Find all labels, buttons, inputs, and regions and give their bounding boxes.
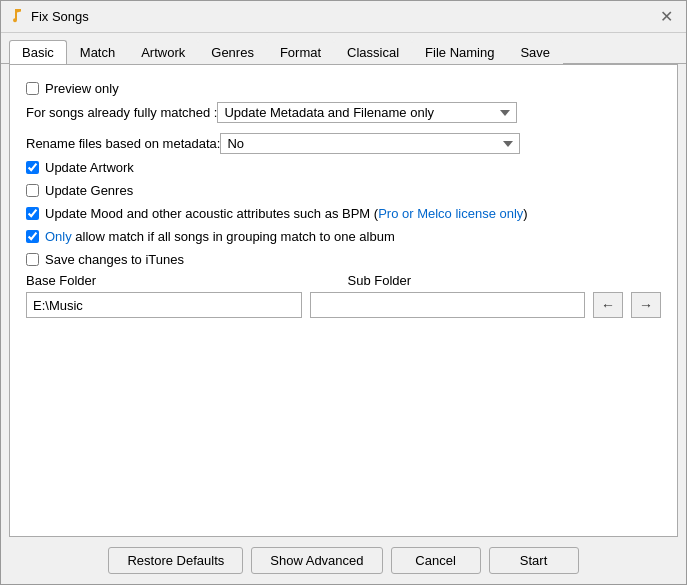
update-artwork-row: Update Artwork — [26, 160, 661, 175]
tab-artwork[interactable]: Artwork — [128, 40, 198, 64]
titlebar-left: Fix Songs — [9, 7, 89, 26]
for-songs-row: For songs already fully matched : Update… — [26, 102, 661, 123]
tab-bar: Basic Match Artwork Genres Format Classi… — [1, 33, 686, 64]
tab-genres[interactable]: Genres — [198, 40, 267, 64]
start-button[interactable]: Start — [489, 547, 579, 574]
preview-only-row: Preview only — [26, 81, 661, 96]
only-allow-label: Only allow match if all songs in groupin… — [45, 229, 395, 244]
folder-back-button[interactable]: ← — [593, 292, 623, 318]
tab-basic[interactable]: Basic — [9, 40, 67, 64]
tab-save[interactable]: Save — [507, 40, 563, 64]
update-genres-checkbox[interactable] — [26, 184, 39, 197]
window-title: Fix Songs — [31, 9, 89, 24]
close-button[interactable]: ✕ — [654, 5, 678, 29]
update-mood-row: Update Mood and other acoustic attribute… — [26, 206, 661, 221]
sub-folder-label: Sub Folder — [348, 273, 662, 288]
update-genres-label: Update Genres — [45, 183, 133, 198]
rename-label: Rename files based on metadata: — [26, 136, 220, 151]
cancel-button[interactable]: Cancel — [391, 547, 481, 574]
preview-only-label: Preview only — [45, 81, 119, 96]
footer: Restore Defaults Show Advanced Cancel St… — [1, 537, 686, 584]
save-itunes-checkbox[interactable] — [26, 253, 39, 266]
only-allow-checkbox[interactable] — [26, 230, 39, 243]
mood-license-text: Pro or Melco license only — [378, 206, 523, 221]
tab-match[interactable]: Match — [67, 40, 128, 64]
rename-row: Rename files based on metadata: No Yes — [26, 133, 661, 154]
base-folder-label: Base Folder — [26, 273, 340, 288]
update-artwork-label: Update Artwork — [45, 160, 134, 175]
update-mood-label: Update Mood and other acoustic attribute… — [45, 206, 528, 221]
main-content: Preview only For songs already fully mat… — [9, 64, 678, 537]
only-allow-text: Only — [45, 229, 72, 244]
titlebar: Fix Songs ✕ — [1, 1, 686, 33]
base-folder-input[interactable] — [26, 292, 302, 318]
fix-songs-window: Fix Songs ✕ Basic Match Artwork Genres F… — [0, 0, 687, 585]
folder-forward-button[interactable]: → — [631, 292, 661, 318]
update-artwork-checkbox[interactable] — [26, 161, 39, 174]
folder-row: ← → — [26, 292, 661, 318]
tab-format[interactable]: Format — [267, 40, 334, 64]
save-itunes-row: Save changes to iTunes — [26, 252, 661, 267]
rename-dropdown[interactable]: No Yes — [220, 133, 520, 154]
music-icon — [9, 7, 25, 26]
for-songs-dropdown[interactable]: Update Metadata and Filename only Update… — [217, 102, 517, 123]
sub-folder-input[interactable] — [310, 292, 586, 318]
tab-file-naming[interactable]: File Naming — [412, 40, 507, 64]
restore-defaults-button[interactable]: Restore Defaults — [108, 547, 243, 574]
only-allow-row: Only allow match if all songs in groupin… — [26, 229, 661, 244]
show-advanced-button[interactable]: Show Advanced — [251, 547, 382, 574]
for-songs-label: For songs already fully matched : — [26, 105, 217, 120]
preview-only-checkbox[interactable] — [26, 82, 39, 95]
update-genres-row: Update Genres — [26, 183, 661, 198]
tab-classical[interactable]: Classical — [334, 40, 412, 64]
update-mood-checkbox[interactable] — [26, 207, 39, 220]
save-itunes-label: Save changes to iTunes — [45, 252, 184, 267]
folder-labels: Base Folder Sub Folder — [26, 273, 661, 288]
